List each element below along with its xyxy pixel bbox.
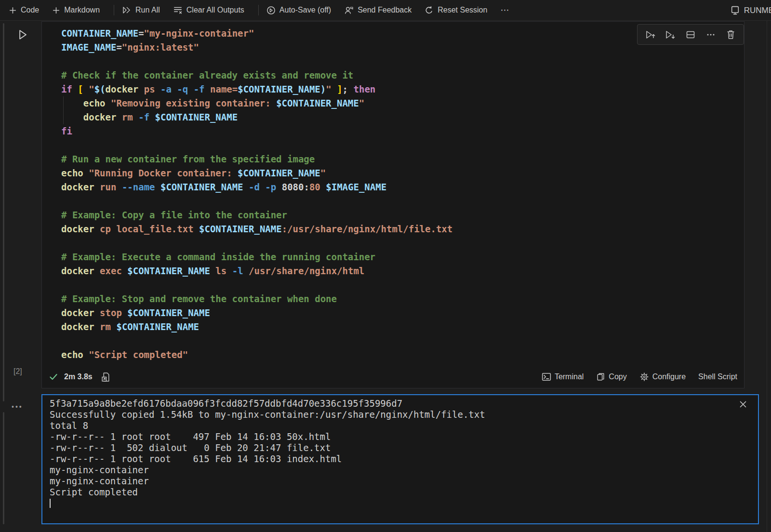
file-output-icon[interactable] — [101, 372, 110, 382]
indent-guide — [63, 96, 64, 124]
code-line: docker cp local_file.txt $CONTAINER_NAME… — [61, 222, 744, 236]
terminal-line: Script completed — [50, 487, 758, 498]
terminal-button[interactable]: Terminal — [542, 372, 584, 382]
reset-icon — [425, 6, 434, 15]
close-icon[interactable] — [738, 399, 748, 410]
terminal-caret — [50, 499, 51, 508]
clear-all-outputs-label: Clear All Outputs — [186, 6, 244, 14]
code-line — [61, 138, 744, 152]
code-editor[interactable]: CONTAINER_NAME="my-nginx-container"IMAGE… — [42, 22, 744, 366]
cell-status-bar: 2m 3.8s Terminal Copy Configure Shell Sc… — [42, 366, 744, 388]
code-line: # Run a new container from the specified… — [61, 152, 744, 166]
send-feedback-label: Send Feedback — [358, 6, 412, 14]
auto-save-label: Auto-Save (off) — [279, 6, 331, 14]
scrollbar-track[interactable] — [767, 21, 767, 532]
terminal-output[interactable]: 5f3a715a9a8be2efd6176bdaa096f3fcdd82f57d… — [42, 395, 758, 509]
plus-icon — [9, 6, 17, 14]
configure-button[interactable]: Configure — [639, 372, 686, 382]
terminal-line: my-nginx-container — [50, 476, 758, 487]
output-focus-bar — [3, 412, 4, 524]
notebook-toolbar: Code Markdown Run All Clear All Outputs … — [0, 0, 771, 21]
copy-label: Copy — [609, 372, 626, 381]
terminal-label: Terminal — [555, 372, 584, 381]
output-more-button[interactable]: ••• — [12, 403, 23, 411]
runme-logo-icon — [730, 5, 740, 15]
code-line: docker stop $CONTAINER_NAME — [61, 306, 744, 320]
terminal-line: -rw-r--r-- 1 root root 497 Feb 14 16:03 … — [50, 431, 758, 442]
toolbar-separator — [258, 5, 259, 15]
toolbar-more-button[interactable]: ⋯ — [500, 5, 510, 15]
success-check-icon — [49, 372, 58, 382]
code-line: docker rm $CONTAINER_NAME — [61, 320, 744, 334]
code-line: # Example: Copy a file into the containe… — [61, 208, 744, 222]
reset-session-button[interactable]: Reset Session — [425, 6, 487, 15]
code-line — [61, 194, 744, 208]
code-line: # Example: Stop and remove the container… — [61, 292, 744, 306]
gear-icon — [639, 372, 649, 382]
code-line — [61, 278, 744, 292]
code-line: # Example: Execute a command inside the … — [61, 250, 744, 264]
code-line — [61, 236, 744, 250]
code-line: echo "Removing existing container: $CONT… — [61, 96, 744, 110]
code-line: docker rm -f $CONTAINER_NAME — [61, 110, 744, 124]
code-line: docker exec $CONTAINER_NAME ls -l /usr/s… — [61, 264, 744, 278]
execution-count: [2] — [13, 367, 22, 376]
feedback-icon — [344, 6, 354, 15]
run-all-button[interactable]: Run All — [122, 6, 160, 14]
auto-save-toggle[interactable]: Auto-Save (off) — [266, 6, 331, 15]
terminal-line: total 8 — [50, 420, 758, 431]
delete-cell-button[interactable] — [724, 28, 737, 41]
runme-brand-label: RUNME — [744, 6, 771, 15]
terminal-line: Successfully copied 1.54kB to my-nginx-c… — [50, 409, 758, 420]
reset-session-label: Reset Session — [438, 6, 487, 14]
add-code-label: Code — [21, 6, 39, 14]
terminal-icon — [542, 372, 551, 382]
cell-language-picker[interactable]: Shell Script — [698, 372, 737, 381]
runme-brand[interactable]: RUNME — [730, 0, 771, 21]
copy-button[interactable]: Copy — [596, 372, 626, 382]
copy-icon — [596, 372, 605, 382]
cell-focus-bar — [3, 23, 4, 401]
more-actions-button[interactable] — [705, 28, 717, 41]
run-all-icon — [122, 6, 132, 14]
terminal-line: -rw-r--r-- 1 root root 615 Feb 14 16:03 … — [50, 453, 758, 465]
code-line: docker run --name $CONTAINER_NAME -d -p … — [61, 180, 744, 194]
code-line — [61, 334, 744, 348]
cell-output-panel[interactable]: 5f3a715a9a8be2efd6176bdaa096f3fcdd82f57d… — [41, 394, 759, 524]
terminal-line: -rw-r--r-- 1 502 dialout 0 Feb 20 21:47 … — [50, 442, 758, 453]
terminal-line: my-nginx-container — [50, 465, 758, 476]
code-line: # Check if the container already exists … — [61, 68, 744, 82]
code-line: if [ "$(docker ps -a -q -f name=$CONTAIN… — [61, 82, 744, 96]
run-all-label: Run All — [135, 6, 160, 14]
add-markdown-label: Markdown — [64, 6, 100, 14]
execute-below-button[interactable] — [664, 28, 677, 41]
code-line: fi — [61, 124, 744, 138]
code-cell: CONTAINER_NAME="my-nginx-container"IMAGE… — [41, 21, 744, 388]
terminal-cursor-line — [50, 498, 758, 509]
run-cell-button[interactable] — [16, 28, 29, 41]
code-line: echo "Running Docker container: $CONTAIN… — [61, 166, 744, 180]
clear-outputs-icon — [173, 6, 183, 14]
add-code-button[interactable]: Code — [9, 6, 39, 14]
split-cell-button[interactable] — [684, 28, 697, 41]
toolbar-separator — [114, 5, 114, 15]
code-line: echo "Script completed" — [61, 348, 744, 362]
send-feedback-button[interactable]: Send Feedback — [344, 6, 412, 15]
clear-all-outputs-button[interactable]: Clear All Outputs — [173, 6, 244, 14]
auto-save-icon — [266, 6, 276, 15]
language-label: Shell Script — [698, 372, 737, 381]
code-line — [61, 54, 744, 68]
plus-icon — [52, 6, 60, 14]
execute-above-button[interactable] — [644, 28, 657, 41]
configure-label: Configure — [652, 372, 686, 381]
terminal-line: 5f3a715a9a8be2efd6176bdaa096f3fcdd82f57d… — [50, 398, 758, 409]
execution-duration: 2m 3.8s — [64, 372, 93, 381]
cell-toolbar — [637, 24, 744, 45]
add-markdown-button[interactable]: Markdown — [52, 6, 100, 14]
